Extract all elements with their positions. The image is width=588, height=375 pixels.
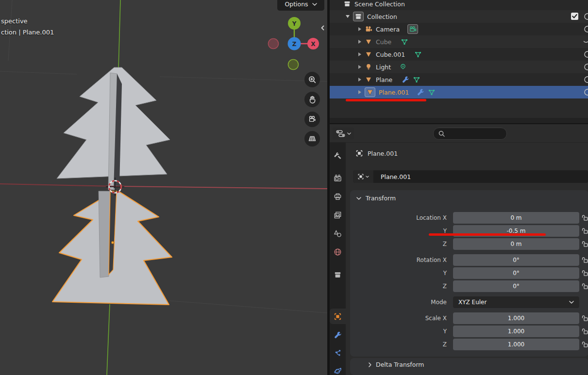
expander-right-icon[interactable] (358, 65, 361, 69)
3d-viewport[interactable]: spective ction | Plane.001 Options Y Z X (0, 0, 327, 375)
scale-z-field[interactable]: 1.000 (453, 339, 579, 350)
transform-row: Scale X 1.000 (346, 312, 588, 324)
eye-icon[interactable] (581, 25, 588, 33)
location-x-field[interactable]: 0 m (453, 212, 579, 224)
modifier-wrench-icon[interactable] (402, 76, 409, 83)
outliner-row-camera[interactable]: Camera (330, 23, 588, 35)
tab-particles[interactable] (330, 345, 346, 360)
expander-right-icon[interactable] (358, 52, 361, 56)
tab-object-spacer (330, 290, 346, 306)
transform-row: Rotation X 0° (346, 254, 588, 266)
options-dropdown-button[interactable]: Options (277, 0, 324, 11)
annotation-underline-location-y (429, 233, 546, 236)
unlock-icon[interactable] (581, 282, 588, 290)
chevron-down-icon (569, 301, 574, 304)
rotation-x-field[interactable]: 0° (453, 254, 579, 266)
expander-right-icon[interactable] (358, 40, 361, 44)
tree-object-plane-001-selected[interactable] (52, 191, 172, 305)
camera-view-button[interactable] (304, 112, 320, 127)
outliner-row-cube[interactable]: Cube (330, 35, 588, 48)
unlock-icon[interactable] (581, 240, 588, 248)
mesh-data-icon[interactable] (401, 38, 408, 46)
eye-icon[interactable] (581, 88, 588, 96)
outliner-empty-area (330, 118, 588, 123)
object-name-field[interactable]: Plane.001 (373, 170, 588, 183)
unlock-icon[interactable] (581, 269, 588, 277)
tab-physics[interactable] (330, 363, 346, 375)
layers-icon (334, 211, 342, 219)
rotation-y-field[interactable]: 0° (453, 267, 579, 279)
mesh-data-icon[interactable] (414, 50, 422, 58)
outliner-row-light[interactable]: Light (330, 61, 588, 73)
rotation-mode-value: XYZ Euler (458, 299, 487, 306)
rotation-mode-dropdown[interactable]: XYZ Euler (453, 296, 579, 308)
eye-closed-icon[interactable] (581, 38, 588, 46)
tab-modifiers[interactable] (330, 327, 346, 342)
tab-render[interactable] (330, 170, 346, 186)
navigation-gizmo[interactable]: Y Z X (262, 12, 325, 73)
field-label: Rotation X (346, 254, 447, 266)
scale-y-field[interactable]: 1.000 (453, 326, 579, 337)
move-view-button[interactable] (304, 92, 320, 107)
tab-world[interactable] (330, 244, 346, 260)
toggle-perspective-button[interactable] (304, 131, 320, 147)
collection-checkbox[interactable] (571, 13, 578, 20)
gizmo-axis-neg-y[interactable] (288, 60, 299, 70)
tab-output[interactable] (330, 189, 346, 204)
chevron-right-icon (369, 362, 371, 367)
camera-data-icon[interactable] (409, 25, 417, 33)
unlock-icon[interactable] (581, 314, 588, 322)
tree-object-plane[interactable] (57, 67, 170, 190)
delta-transform-header[interactable]: Delta Transform (369, 361, 424, 368)
object-id-dropdown[interactable] (353, 170, 373, 183)
mesh-data-icon[interactable] (413, 76, 420, 83)
light-object-icon (365, 63, 372, 71)
location-z-field[interactable]: 0 m (453, 238, 579, 250)
outliner-row-collection[interactable]: Collection (330, 10, 588, 23)
editor-type-dropdown[interactable] (333, 128, 354, 140)
light-data-icon[interactable] (399, 63, 407, 71)
tab-collection[interactable] (330, 267, 346, 282)
zoom-view-button[interactable] (304, 72, 320, 87)
modifier-wrench-icon[interactable] (417, 88, 424, 96)
perspective-grid-icon (308, 134, 317, 143)
search-input[interactable] (433, 128, 507, 140)
transform-panel-header[interactable]: Transform (356, 195, 396, 202)
unlock-icon[interactable] (581, 327, 588, 335)
unlock-icon[interactable] (581, 256, 588, 264)
tab-view-layer[interactable] (330, 207, 346, 223)
mesh-data-icon[interactable] (428, 88, 436, 96)
eye-icon[interactable] (581, 63, 588, 71)
expander-right-icon[interactable] (358, 90, 361, 94)
eye-icon[interactable] (581, 50, 588, 58)
object-origin-dot (111, 241, 114, 244)
eye-icon[interactable] (581, 13, 588, 20)
scale-x-field[interactable]: 1.000 (453, 312, 579, 324)
expander-right-icon[interactable] (358, 78, 361, 82)
outliner-row-cube-001[interactable]: Cube.001 (330, 48, 588, 61)
field-label: Y (346, 326, 447, 337)
tab-object-active[interactable] (330, 309, 346, 324)
eye-icon[interactable] (581, 76, 588, 83)
transform-row: Y 1.000 (346, 326, 588, 337)
unlock-icon[interactable] (581, 341, 588, 348)
field-label: Scale X (346, 312, 447, 324)
outliner-label: Cube.001 (376, 51, 405, 58)
particles-icon (334, 349, 342, 357)
scene-icon (334, 229, 342, 238)
rotation-z-field[interactable]: 0° (453, 280, 579, 292)
properties-main-area: Plane.001 Plane.001 Transform Location X… (346, 143, 588, 375)
expander-down-icon[interactable] (346, 15, 350, 18)
gizmo-axis-neg-x[interactable] (269, 39, 279, 49)
unlock-icon[interactable] (581, 227, 588, 235)
transform-row: Mode XYZ Euler (346, 296, 588, 308)
tab-tool[interactable] (330, 148, 346, 163)
outliner-row-plane-001-selected[interactable]: Plane.001 (330, 86, 588, 98)
unlock-icon[interactable] (581, 214, 588, 222)
mesh-object-icon (366, 88, 374, 96)
outliner-row-scene-collection[interactable]: Scene Collection (330, 0, 588, 10)
expander-right-icon[interactable] (358, 27, 361, 31)
outliner-row-plane[interactable]: Plane (330, 73, 588, 86)
tab-scene[interactable] (330, 226, 346, 241)
camera-object-icon (365, 25, 372, 33)
